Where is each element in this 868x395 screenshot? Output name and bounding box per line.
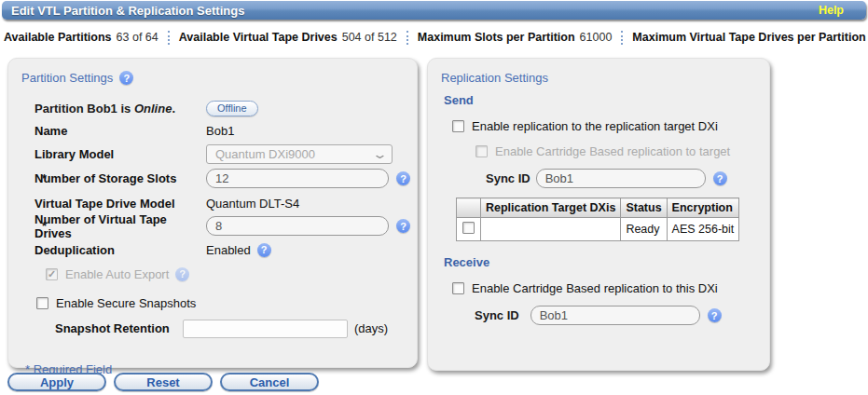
- snapshot-retention-input[interactable]: [183, 320, 348, 338]
- help-icon[interactable]: ?: [396, 219, 410, 233]
- receive-section-title: Receive: [444, 255, 760, 269]
- help-icon[interactable]: ?: [708, 308, 722, 322]
- partition-status-value: Online: [134, 102, 172, 116]
- table-header-row: Replication Target DXis Status Encryptio…: [457, 198, 739, 218]
- replication-settings-title: Replication Settings: [441, 71, 548, 85]
- action-bar: Apply Reset Cancel: [7, 373, 319, 391]
- library-model-select: Quantum DXi9000 ⌄: [206, 144, 393, 164]
- auto-export-label: Enable Auto Export: [65, 267, 169, 281]
- stat-available-drives: Available Virtual Tape Drives 504 of 512: [179, 31, 397, 44]
- required-marker: *: [42, 219, 47, 233]
- reset-button[interactable]: Reset: [114, 373, 213, 391]
- name-label: Name: [34, 124, 206, 138]
- library-model-label: Library Model: [34, 147, 206, 161]
- help-icon[interactable]: ?: [713, 171, 727, 185]
- target-encryption: AES 256-bit: [667, 218, 739, 241]
- stat-max-drives: Maximum Virtual Tape Drives per Partitio…: [632, 31, 868, 44]
- deduplication-label: Deduplication: [34, 243, 206, 257]
- stats-divider: [168, 31, 170, 45]
- enable-cartridge-receive-label: Enable Cartridge Based replication to th…: [472, 281, 718, 295]
- days-label: (days): [354, 321, 388, 335]
- chevron-down-icon: ⌄: [372, 150, 388, 159]
- target-status: Ready: [621, 218, 667, 241]
- table-row: Ready AES 256-bit: [457, 218, 739, 241]
- help-icon[interactable]: ?: [119, 71, 133, 85]
- offline-button[interactable]: Offline: [206, 101, 258, 116]
- partition-settings-panel: Partition Settings ? Partition Bob1 is O…: [7, 58, 418, 368]
- replication-targets-table: Replication Target DXis Status Encryptio…: [456, 198, 739, 241]
- cartridge-replication-target-checkbox: [475, 145, 488, 157]
- drive-model-value: Quantum DLT-S4: [206, 197, 299, 211]
- partition-status-text: Partition Bob1 is Online.: [34, 102, 206, 116]
- title-bar: Edit VTL Partition & Replication Setting…: [2, 1, 866, 20]
- storage-slots-label: Number of Storage Slots: [34, 171, 206, 185]
- cancel-button[interactable]: Cancel: [220, 373, 319, 391]
- storage-slots-input[interactable]: [206, 169, 389, 188]
- page-title: Edit VTL Partition & Replication Setting…: [11, 4, 244, 18]
- cartridge-replication-target-label: Enable Cartridge Based replication to ta…: [495, 144, 730, 158]
- stats-divider: [406, 31, 408, 45]
- secure-snapshots-checkbox[interactable]: [36, 297, 48, 309]
- send-sync-id-input[interactable]: [536, 169, 706, 188]
- encryption-column-header: Encryption: [667, 198, 739, 218]
- help-link[interactable]: Help: [819, 1, 844, 20]
- send-sync-id-label: Sync ID: [486, 171, 530, 185]
- receive-sync-id-input[interactable]: [530, 306, 700, 325]
- deduplication-value: Enabled: [206, 243, 251, 257]
- target-row-checkbox[interactable]: [462, 222, 475, 234]
- receive-sync-id-label: Sync ID: [475, 308, 519, 322]
- help-icon[interactable]: ?: [396, 171, 410, 185]
- status-column-header: Status: [621, 198, 667, 218]
- required-marker: *: [42, 171, 47, 185]
- partition-settings-title: Partition Settings: [21, 71, 113, 85]
- drive-model-label: Virtual Tape Drive Model: [34, 197, 206, 211]
- enable-cartridge-receive-checkbox[interactable]: [452, 282, 464, 294]
- secure-snapshots-label: Enable Secure Snapshots: [56, 296, 196, 310]
- help-icon: ?: [175, 267, 189, 281]
- auto-export-checkbox: [46, 268, 58, 280]
- stats-bar: Available Partitions 63 of 64 Available …: [4, 28, 866, 47]
- snapshot-retention-label: Snapshot Retention: [55, 321, 183, 335]
- enable-replication-label: Enable replication to the replication ta…: [472, 119, 718, 133]
- replication-settings-panel: Replication Settings Send Enable replica…: [427, 58, 770, 371]
- enable-replication-checkbox[interactable]: [452, 120, 464, 132]
- tape-drives-label: Number of Virtual Tape Drives: [34, 212, 206, 240]
- stats-divider: [621, 31, 623, 45]
- stat-max-slots: Maximum Slots per Partition 61000: [418, 31, 613, 44]
- select-column-header: [457, 198, 481, 218]
- tape-drives-input[interactable]: [206, 216, 389, 236]
- help-icon[interactable]: ?: [257, 243, 271, 257]
- name-value: Bob1: [206, 124, 234, 138]
- send-section-title: Send: [444, 93, 760, 107]
- stat-available-partitions: Available Partitions 63 of 64: [4, 31, 158, 44]
- target-column-header: Replication Target DXis: [481, 198, 621, 218]
- apply-button[interactable]: Apply: [7, 373, 106, 391]
